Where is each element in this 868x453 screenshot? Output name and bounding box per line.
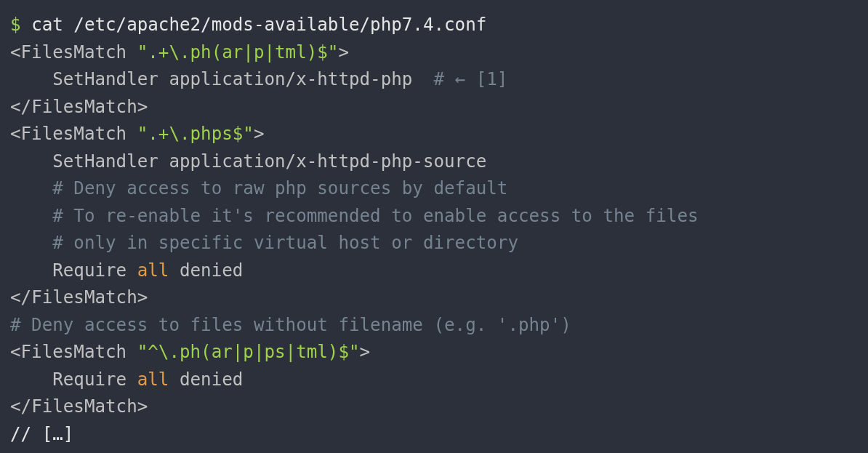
directive: SetHandler application/x-httpd-php — [52, 69, 412, 89]
keyword-all: all — [137, 369, 169, 390]
line-8: # To re-enable it's recommended to enabl… — [10, 206, 699, 226]
comment: # Deny access to raw php sources by defa… — [52, 178, 507, 199]
keyword-all: all — [137, 260, 169, 281]
regex-string: ".+\.ph(ar|p|tml)$" — [137, 42, 339, 63]
comment: # Deny access to files without filename … — [10, 315, 571, 335]
code-block: $ cat /etc/apache2/mods-available/php7.4… — [0, 0, 868, 453]
line-11: </FilesMatch> — [10, 287, 148, 308]
comment: # only in specific virtual host or direc… — [52, 233, 518, 253]
line-9: # only in specific virtual host or direc… — [10, 233, 518, 253]
line-12: # Deny access to files without filename … — [10, 315, 571, 335]
line-14: Require all denied — [10, 369, 243, 390]
line-13: <FilesMatch "^\.ph(ar|p|ps|tml)$"> — [10, 342, 370, 362]
line-4: </FilesMatch> — [10, 97, 148, 117]
regex-string: ".+\.phps$" — [137, 124, 254, 144]
line-10: Require all denied — [10, 260, 243, 281]
regex-string: "^\.ph(ar|p|ps|tml)$" — [137, 342, 360, 362]
prompt: $ — [10, 15, 31, 35]
line-15: </FilesMatch> — [10, 396, 148, 417]
line-3: SetHandler application/x-httpd-php # ← [… — [10, 69, 507, 89]
line-5: <FilesMatch ".+\.phps$"> — [10, 124, 265, 144]
ellipsis: // […] — [10, 424, 73, 444]
line-1: $ cat /etc/apache2/mods-available/php7.4… — [10, 15, 486, 35]
line-16: // […] — [10, 424, 73, 444]
line-6: SetHandler application/x-httpd-php-sourc… — [10, 151, 486, 172]
line-2: <FilesMatch ".+\.ph(ar|p|tml)$"> — [10, 42, 349, 63]
annotation-comment: # ← [1] — [434, 69, 508, 89]
directive: SetHandler application/x-httpd-php-sourc… — [52, 151, 486, 172]
command: cat /etc/apache2/mods-available/php7.4.c… — [31, 15, 486, 35]
comment: # To re-enable it's recommended to enabl… — [52, 206, 698, 226]
line-7: # Deny access to raw php sources by defa… — [10, 178, 507, 199]
